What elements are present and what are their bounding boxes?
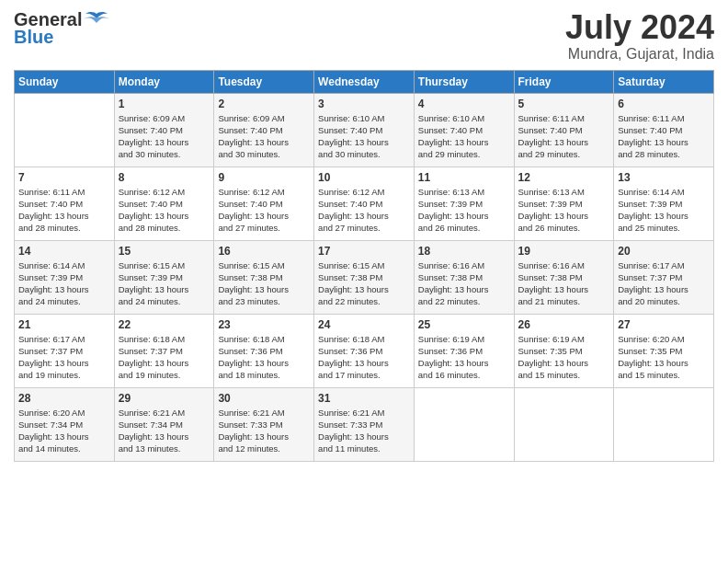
day-info: Sunrise: 6:09 AM Sunset: 7:40 PM Dayligh… [218,112,310,161]
day-number: 18 [418,245,510,258]
day-number: 27 [618,318,710,331]
calendar-week-1: 1Sunrise: 6:09 AM Sunset: 7:40 PM Daylig… [15,93,714,167]
day-info: Sunrise: 6:11 AM Sunset: 7:40 PM Dayligh… [618,112,710,161]
day-info: Sunrise: 6:11 AM Sunset: 7:40 PM Dayligh… [518,112,610,161]
calendar-cell: 19Sunrise: 6:16 AM Sunset: 7:38 PM Dayli… [514,240,614,314]
calendar-cell: 18Sunrise: 6:16 AM Sunset: 7:38 PM Dayli… [414,240,514,314]
calendar-week-2: 7Sunrise: 6:11 AM Sunset: 7:40 PM Daylig… [15,167,714,240]
calendar-cell: 28Sunrise: 6:20 AM Sunset: 7:34 PM Dayli… [15,387,115,461]
logo-blue-text: Blue [14,27,53,48]
day-number: 2 [218,98,310,110]
day-info: Sunrise: 6:19 AM Sunset: 7:35 PM Dayligh… [518,333,610,382]
day-info: Sunrise: 6:18 AM Sunset: 7:36 PM Dayligh… [318,333,410,382]
calendar-cell [15,93,115,167]
calendar-cell: 26Sunrise: 6:19 AM Sunset: 7:35 PM Dayli… [514,314,614,387]
day-info: Sunrise: 6:12 AM Sunset: 7:40 PM Dayligh… [218,186,310,235]
day-info: Sunrise: 6:17 AM Sunset: 7:37 PM Dayligh… [18,333,110,382]
day-info: Sunrise: 6:12 AM Sunset: 7:40 PM Dayligh… [318,186,410,235]
day-number: 25 [418,318,510,331]
col-tuesday: Tuesday [214,70,314,93]
day-info: Sunrise: 6:17 AM Sunset: 7:37 PM Dayligh… [618,259,710,308]
day-info: Sunrise: 6:20 AM Sunset: 7:34 PM Dayligh… [18,407,110,455]
calendar-week-4: 21Sunrise: 6:17 AM Sunset: 7:37 PM Dayli… [15,314,714,387]
calendar-cell: 27Sunrise: 6:20 AM Sunset: 7:35 PM Dayli… [614,314,714,387]
calendar-cell: 6Sunrise: 6:11 AM Sunset: 7:40 PM Daylig… [614,93,714,167]
day-info: Sunrise: 6:16 AM Sunset: 7:38 PM Dayligh… [518,259,610,308]
day-number: 29 [119,392,210,405]
col-thursday: Thursday [414,70,514,93]
day-number: 6 [618,98,710,110]
day-info: Sunrise: 6:19 AM Sunset: 7:36 PM Dayligh… [418,333,510,382]
calendar-cell: 9Sunrise: 6:12 AM Sunset: 7:40 PM Daylig… [214,167,314,240]
day-info: Sunrise: 6:21 AM Sunset: 7:33 PM Dayligh… [218,407,310,455]
calendar-cell [514,387,614,461]
day-number: 14 [18,245,110,258]
day-number: 7 [18,171,110,184]
calendar-cell: 15Sunrise: 6:15 AM Sunset: 7:39 PM Dayli… [114,240,214,314]
logo: General Blue [14,9,109,48]
day-number: 10 [318,171,410,184]
day-number: 5 [518,98,610,110]
calendar-cell: 3Sunrise: 6:10 AM Sunset: 7:40 PM Daylig… [314,93,415,167]
calendar-cell: 20Sunrise: 6:17 AM Sunset: 7:37 PM Dayli… [614,240,714,314]
calendar-week-5: 28Sunrise: 6:20 AM Sunset: 7:34 PM Dayli… [15,387,714,461]
day-info: Sunrise: 6:15 AM Sunset: 7:39 PM Dayligh… [119,259,210,308]
day-number: 1 [119,98,210,110]
calendar-cell: 14Sunrise: 6:14 AM Sunset: 7:39 PM Dayli… [15,240,115,314]
calendar-cell: 30Sunrise: 6:21 AM Sunset: 7:33 PM Dayli… [214,387,314,461]
calendar-cell: 22Sunrise: 6:18 AM Sunset: 7:37 PM Dayli… [114,314,214,387]
day-info: Sunrise: 6:14 AM Sunset: 7:39 PM Dayligh… [18,259,110,308]
day-info: Sunrise: 6:21 AM Sunset: 7:33 PM Dayligh… [318,407,410,455]
page-container: General Blue July 2024 Mundra, Gujarat, … [0,0,728,471]
day-info: Sunrise: 6:21 AM Sunset: 7:34 PM Dayligh… [119,407,210,455]
calendar-cell [614,387,714,461]
title-block: July 2024 Mundra, Gujarat, India [565,9,714,63]
calendar-cell: 16Sunrise: 6:15 AM Sunset: 7:38 PM Dayli… [214,240,314,314]
calendar-cell: 10Sunrise: 6:12 AM Sunset: 7:40 PM Dayli… [314,167,415,240]
calendar-cell: 1Sunrise: 6:09 AM Sunset: 7:40 PM Daylig… [114,93,214,167]
day-number: 31 [318,392,410,405]
calendar-cell: 7Sunrise: 6:11 AM Sunset: 7:40 PM Daylig… [15,167,115,240]
calendar-cell: 24Sunrise: 6:18 AM Sunset: 7:36 PM Dayli… [314,314,415,387]
day-number: 19 [518,245,610,258]
day-info: Sunrise: 6:11 AM Sunset: 7:40 PM Dayligh… [18,186,110,235]
calendar-cell: 4Sunrise: 6:10 AM Sunset: 7:40 PM Daylig… [414,93,514,167]
day-number: 12 [518,171,610,184]
calendar-cell: 25Sunrise: 6:19 AM Sunset: 7:36 PM Dayli… [414,314,514,387]
day-number: 30 [218,392,310,405]
day-info: Sunrise: 6:10 AM Sunset: 7:40 PM Dayligh… [418,112,510,161]
calendar-cell: 29Sunrise: 6:21 AM Sunset: 7:34 PM Dayli… [114,387,214,461]
day-number: 13 [618,171,710,184]
calendar-cell: 17Sunrise: 6:15 AM Sunset: 7:38 PM Dayli… [314,240,415,314]
day-number: 3 [318,98,410,110]
header-row: Sunday Monday Tuesday Wednesday Thursday… [15,70,714,93]
day-info: Sunrise: 6:18 AM Sunset: 7:36 PM Dayligh… [218,333,310,382]
col-saturday: Saturday [614,70,714,93]
col-wednesday: Wednesday [314,70,415,93]
day-number: 21 [18,318,110,331]
day-info: Sunrise: 6:12 AM Sunset: 7:40 PM Dayligh… [119,186,210,235]
page-header: General Blue July 2024 Mundra, Gujarat, … [14,9,714,63]
col-friday: Friday [514,70,614,93]
day-info: Sunrise: 6:18 AM Sunset: 7:37 PM Dayligh… [119,333,210,382]
day-info: Sunrise: 6:15 AM Sunset: 7:38 PM Dayligh… [318,259,410,308]
day-number: 28 [18,392,110,405]
col-sunday: Sunday [15,70,115,93]
calendar-cell: 2Sunrise: 6:09 AM Sunset: 7:40 PM Daylig… [214,93,314,167]
day-number: 11 [418,171,510,184]
calendar-cell: 5Sunrise: 6:11 AM Sunset: 7:40 PM Daylig… [514,93,614,167]
logo-bird-icon [84,10,109,30]
day-number: 8 [119,171,210,184]
day-info: Sunrise: 6:16 AM Sunset: 7:38 PM Dayligh… [418,259,510,308]
day-number: 26 [518,318,610,331]
calendar-cell: 8Sunrise: 6:12 AM Sunset: 7:40 PM Daylig… [114,167,214,240]
day-info: Sunrise: 6:15 AM Sunset: 7:38 PM Dayligh… [218,259,310,308]
day-number: 24 [318,318,410,331]
calendar-week-3: 14Sunrise: 6:14 AM Sunset: 7:39 PM Dayli… [15,240,714,314]
calendar-cell: 21Sunrise: 6:17 AM Sunset: 7:37 PM Dayli… [15,314,115,387]
day-number: 22 [119,318,210,331]
calendar-cell: 13Sunrise: 6:14 AM Sunset: 7:39 PM Dayli… [614,167,714,240]
day-number: 9 [218,171,310,184]
day-info: Sunrise: 6:14 AM Sunset: 7:39 PM Dayligh… [618,186,710,235]
day-number: 23 [218,318,310,331]
